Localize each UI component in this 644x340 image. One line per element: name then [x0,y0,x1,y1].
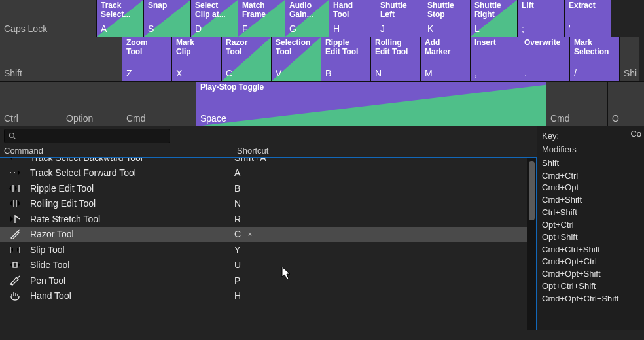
key-option-right[interactable]: O [607,82,644,126]
track-back-icon [0,157,30,163]
svg-line-1 [14,137,16,139]
key-space[interactable]: Play-Stop Toggle Space [196,82,546,126]
key-ctrl[interactable]: Ctrl [0,82,62,126]
command-shortcut[interactable]: Y [234,245,527,255]
key-F[interactable]: Match FrameF [238,0,285,37]
key-H[interactable]: Hand ToolH.ntq1onp::after{display:none!i… [329,0,376,37]
key-Z[interactable]: Zoom ToolZ.ntqr4ay::after{display:none!i… [122,37,171,81]
modifier-row[interactable]: Opt+Ctrl [542,219,644,231]
key-X[interactable]: Mark ClipX.ntiwu59::after{display:none!i… [171,37,221,81]
key-shift[interactable]: Shift [0,37,122,81]
key-C[interactable]: Razor ToolC [221,37,271,81]
col-shortcut[interactable]: Shortcut [237,146,537,156]
key-char-label: J [376,24,423,37]
modifier-row[interactable]: Cmd+Shift [542,194,644,207]
svg-line-12 [18,276,20,278]
key-char[interactable]: Lift;.nt28xms::after{display:none!import… [517,0,564,37]
key-D[interactable]: Select Clip at...D [190,0,238,37]
key-char[interactable]: Mark Selection/.ntbzdzu::after{display:n… [569,37,619,81]
command-name: Slip Tool [30,245,234,255]
key-char[interactable]: Overwrite..nty6ciq::after{display:none!i… [520,37,569,81]
command-row[interactable]: Slide ToolU [0,258,527,273]
key-caps-lock[interactable]: Caps Lock [0,0,96,37]
key-K[interactable]: Shuttle StopK.ntx8qb1::after{display:non… [423,0,470,37]
key-shift-label: Shift [0,68,122,81]
key-char-label: F [238,24,285,37]
svg-point-0 [10,133,14,138]
key-action-label: Ripple Edit Tool [321,37,370,57]
key-V[interactable]: Selection ToolV [271,37,321,81]
command-row[interactable]: Rate Stretch ToolR [0,211,527,227]
key-cmd[interactable]: Cmd [122,82,196,126]
key-cmd-right[interactable]: Cmd [546,82,607,126]
modifier-row[interactable]: Cmd+Ctrl+Shift [542,244,644,256]
modifier-row[interactable]: Cmd+Opt+Ctrl [542,256,644,268]
key-G[interactable]: Audio Gain...G [285,0,329,37]
command-shortcut[interactable]: R [234,214,527,224]
ripple-icon [0,183,30,194]
command-shortcut[interactable]: U [234,260,527,270]
razor-icon [0,229,30,239]
key-M[interactable]: Add MarkerM.ntabwyy::after{display:none!… [420,37,470,81]
modifier-row[interactable]: Cmd+Opt+Shift [542,268,644,280]
key-char-label: X [172,68,221,81]
modifier-row[interactable]: Opt+Shift [542,231,644,244]
key-char[interactable]: Extract'.ntfyvk0::after{display:none!imp… [564,0,611,37]
command-shortcut[interactable]: N [234,198,527,209]
command-row[interactable]: Track Select Forward ToolA [0,165,527,181]
modifier-row[interactable]: Opt+Ctrl+Shift [542,280,644,293]
mouse-cursor-icon [281,266,292,280]
keyboard-visualizer: Caps Lock Track Select...ASnapSSelect Cl… [0,0,644,126]
command-shortcut[interactable]: P [234,275,527,286]
key-N[interactable]: Rolling Edit ToolN.nt4hvu3::after{displa… [370,37,420,81]
command-shortcut[interactable]: H [234,290,527,301]
command-shortcut[interactable]: B [234,183,527,194]
key-char-label: ; [518,24,564,37]
key-action-label: Insert [471,37,520,48]
key-action-label: Select Clip at... [191,0,238,20]
key-option[interactable]: Option [62,82,122,126]
scrollbar-thumb[interactable] [529,162,535,220]
kbd-row-1: Caps Lock Track Select...ASnapSSelect Cl… [0,0,644,37]
pen-icon [0,275,30,286]
key-char-label: V [272,68,321,81]
key-J[interactable]: Shuttle LeftJ.ntkpejj::after{display:non… [376,0,423,37]
command-shortcut[interactable]: Shift+A [234,157,527,163]
modifier-row[interactable]: Shift [542,158,644,170]
modifier-row[interactable]: Ctrl+Shift [542,207,644,219]
key-L[interactable]: Shuttle RightL [470,0,517,37]
clear-shortcut-icon[interactable]: × [248,230,253,238]
key-char-label: Z [122,68,171,81]
key-char-label: C [222,68,271,81]
command-shortcut[interactable]: A [234,167,527,178]
modifier-row[interactable]: Cmd+Opt+Ctrl+Shift [542,293,644,305]
key-action-label: Match Frame [238,0,285,20]
key-shift-right[interactable]: Shi [619,37,639,81]
key-action-label: Lift [518,0,564,10]
key-action-label: Add Marker [421,37,470,57]
command-row[interactable]: Slip ToolY [0,242,527,258]
key-B[interactable]: Ripple Edit ToolB.ntuyvt8::after{display… [321,37,370,81]
key-char[interactable]: Insert,.ntr7lz1::after{display:none!impo… [470,37,520,81]
command-row[interactable]: Pen ToolP [0,273,527,288]
key-char-label: A [97,24,143,37]
command-shortcut-panel: Command Shortcut Track Select Backward T… [0,126,537,330]
key-S[interactable]: SnapS [143,0,190,37]
command-shortcut[interactable]: C× [234,229,527,239]
command-row[interactable]: Ripple Edit ToolB [0,180,527,196]
key-A[interactable]: Track Select...A [96,0,143,37]
command-row[interactable]: Rolling Edit ToolN [0,196,527,212]
scrollbar[interactable] [527,158,536,330]
key-char-label: S [144,24,190,37]
command-row[interactable]: Track Select Backward ToolShift+A [0,157,527,165]
col-command[interactable]: Command [4,146,237,156]
modifier-row[interactable]: Cmd+Ctrl [542,170,644,182]
search-input[interactable] [4,129,170,143]
key-space-action: Play-Stop Toggle [196,82,546,92]
svg-marker-7 [11,231,19,239]
command-row[interactable]: Hand ToolH [0,288,527,304]
modifier-row[interactable]: Cmd+Opt [542,182,644,194]
command-list[interactable]: Track Select Backward ToolShift+ATrack S… [0,157,537,330]
command-row[interactable]: Razor ToolC× [0,227,527,243]
svg-rect-11 [13,262,17,267]
